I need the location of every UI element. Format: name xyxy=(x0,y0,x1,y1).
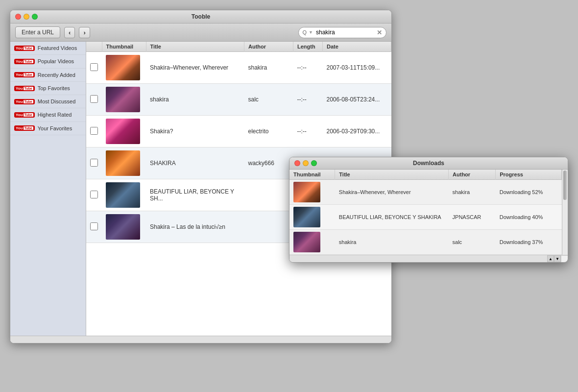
dl-progress: Downloading 52% xyxy=(500,189,543,195)
col-date: Date xyxy=(323,42,391,52)
col-title: Title xyxy=(146,42,244,52)
table-row[interactable]: shakira salc --:-- 2006-08-05T23:24... xyxy=(86,84,391,116)
sidebar-item-recently-added[interactable]: You Tube Recently Added xyxy=(10,69,86,82)
downloads-close-button[interactable] xyxy=(294,160,300,166)
row-thumbnail-cell xyxy=(102,179,146,211)
window-title: Tooble xyxy=(192,13,210,20)
row-checkbox[interactable] xyxy=(90,127,98,135)
row-date-cell: 2006-03-29T09:30... xyxy=(323,116,391,147)
sidebar-item-top-favorites[interactable]: You Tube Top Favorites xyxy=(10,82,86,95)
downloads-title-bar: Downloads xyxy=(289,157,568,170)
row-title-cell: SHAKIRA xyxy=(146,147,244,179)
row-title-cell: shakira xyxy=(146,84,244,116)
dl-thumbnail xyxy=(293,232,320,252)
minimize-button[interactable] xyxy=(24,14,29,20)
video-title: SHAKIRA xyxy=(150,160,176,167)
youtube-badge: You Tube xyxy=(14,59,35,64)
row-date-cell: 2007-03-11T15:09... xyxy=(323,52,391,84)
close-button[interactable] xyxy=(15,14,21,20)
sidebar-item-your-favorites[interactable]: You Tube Your Favorites xyxy=(10,122,86,135)
toolbar: Enter a URL ‹ › Q ▼ ✕ xyxy=(10,24,391,42)
row-checkbox-cell[interactable] xyxy=(86,116,102,147)
search-clear-icon[interactable]: ✕ xyxy=(377,29,382,36)
row-author-cell: wacky666 xyxy=(244,147,293,179)
downloads-maximize-button[interactable] xyxy=(311,160,317,166)
row-checkbox-cell[interactable] xyxy=(86,84,102,116)
table-row[interactable]: Shakira–Whenever, Wherever shakira --:--… xyxy=(86,52,391,84)
row-checkbox-cell[interactable] xyxy=(86,52,102,84)
row-checkbox[interactable] xyxy=(90,95,98,103)
maximize-button[interactable] xyxy=(32,14,38,20)
sidebar-item-popular[interactable]: You Tube Popular Videos xyxy=(10,55,86,68)
dl-author-cell: salc xyxy=(449,230,496,255)
downloads-scrollbar[interactable] xyxy=(562,170,568,255)
row-author-cell: salc xyxy=(244,84,293,116)
table-row[interactable]: Shakira? electrito --:-- 2006-03-29T09:3… xyxy=(86,116,391,147)
horizontal-scrollbar[interactable] xyxy=(10,336,391,343)
downloads-table-wrap: Thumbnail Title Author Progress Shakira–… xyxy=(289,170,562,255)
downloads-table: Thumbnail Title Author Progress Shakira–… xyxy=(289,170,562,255)
download-row[interactable]: BEAUTIFUL LIAR, BEYONCE Y SHAKIRA JPNASC… xyxy=(289,205,562,230)
dl-progress-cell: Downloading 37% xyxy=(496,230,562,255)
sidebar-item-label: Recently Added xyxy=(38,72,75,78)
dl-thumbnail xyxy=(293,182,320,202)
downloads-window: Downloads Thumbnail Title Author Progres… xyxy=(289,157,568,263)
youtube-badge: You Tube xyxy=(14,112,35,118)
downloads-minimize-button[interactable] xyxy=(303,160,309,166)
row-author-cell: shakira xyxy=(244,52,293,84)
resize-handle[interactable] xyxy=(561,255,568,262)
row-title-cell: Shakira? xyxy=(146,116,244,147)
sidebar-item-featured[interactable]: You Tube Featured Videos xyxy=(10,42,86,55)
downloads-scroll-thumb[interactable] xyxy=(563,171,567,200)
sidebar-item-label: Your Favorites xyxy=(38,125,72,132)
row-author-cell xyxy=(244,179,293,211)
dl-thumbnail-cell xyxy=(289,205,335,230)
row-thumbnail-cell xyxy=(102,52,146,84)
scroll-down-button[interactable]: ▼ xyxy=(554,255,561,262)
dl-progress: Downloading 37% xyxy=(500,239,543,245)
row-checkbox-cell[interactable] xyxy=(86,147,102,179)
row-checkbox[interactable] xyxy=(90,63,98,71)
row-author-cell: electrito xyxy=(244,116,293,147)
row-checkbox[interactable] xyxy=(90,222,98,230)
row-title-cell: BEAUTIFUL LIAR, BEYONCE Y SH... xyxy=(146,179,244,211)
back-button[interactable]: ‹ xyxy=(64,27,75,38)
col-author: Author xyxy=(244,42,293,52)
forward-button[interactable]: › xyxy=(79,27,90,38)
row-checkbox[interactable] xyxy=(90,159,98,167)
row-checkbox[interactable] xyxy=(90,191,98,198)
download-row[interactable]: Shakira–Whenever, Wherever shakira Downl… xyxy=(289,180,562,205)
sidebar-item-most-discussed[interactable]: You Tube Most Discussed xyxy=(10,95,86,108)
row-length-cell: --:-- xyxy=(293,84,323,116)
row-thumbnail-cell xyxy=(102,116,146,147)
sidebar-item-highest-rated[interactable]: You Tube Highest Rated xyxy=(10,108,86,122)
sidebar-item-label: Most Discussed xyxy=(38,98,76,105)
video-title: BEAUTIFUL LIAR, BEYONCE Y SH... xyxy=(150,188,234,202)
video-thumbnail xyxy=(106,214,140,240)
scroll-up-button[interactable]: ▲ xyxy=(547,255,554,262)
search-input[interactable] xyxy=(316,29,375,36)
dl-progress-cell: Downloading 40% xyxy=(496,205,562,230)
dl-title: BEAUTIFUL LIAR, BEYONCE Y SHAKIRA xyxy=(339,214,441,220)
sidebar-item-label: Featured Videos xyxy=(38,45,77,51)
row-checkbox-cell[interactable] xyxy=(86,211,102,243)
row-checkbox-cell[interactable] xyxy=(86,179,102,211)
sidebar-item-label: Top Favorites xyxy=(38,85,70,92)
yt-tube-text: Tube xyxy=(24,47,33,50)
downloads-hscroll[interactable] xyxy=(289,255,547,262)
download-row[interactable]: shakira salc Downloading 37% xyxy=(289,230,562,255)
dl-col-author: Author xyxy=(449,170,496,180)
video-thumbnail xyxy=(106,119,140,144)
youtube-badge: You Tube xyxy=(14,72,35,77)
row-thumbnail-cell xyxy=(102,147,146,179)
col-thumbnail: Thumbnail xyxy=(102,42,146,52)
video-title: Shakira–Whenever, Wherever xyxy=(150,64,228,71)
dl-author: salc xyxy=(453,239,462,245)
row-date-cell: 2006-08-05T23:24... xyxy=(323,84,391,116)
dl-title-cell: Shakira–Whenever, Wherever xyxy=(335,180,449,205)
row-thumbnail-cell xyxy=(102,211,146,243)
title-bar: Tooble xyxy=(10,10,391,24)
video-thumbnail xyxy=(106,55,140,80)
downloads-traffic-lights xyxy=(294,160,317,166)
url-button[interactable]: Enter a URL xyxy=(15,26,60,38)
